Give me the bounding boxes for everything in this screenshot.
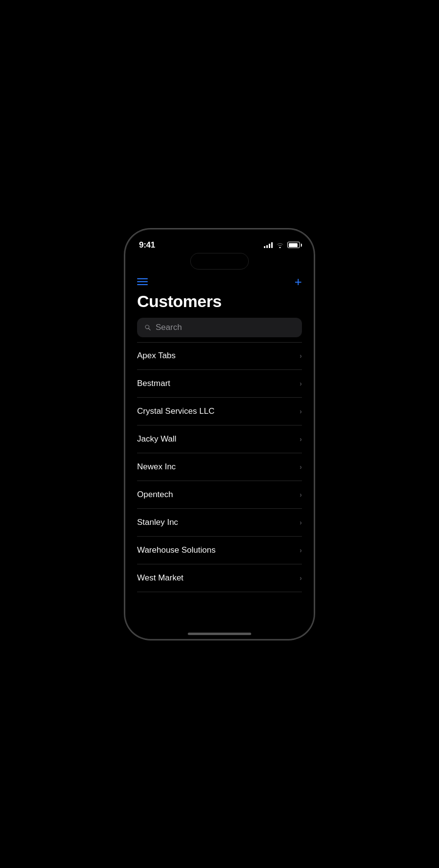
customer-list-item[interactable]: Apex Tabs› xyxy=(137,342,302,370)
chevron-right-icon: › xyxy=(299,519,302,526)
dynamic-island xyxy=(190,253,249,270)
page-header: + xyxy=(137,270,302,288)
status-icons xyxy=(264,242,300,248)
customer-name: Stanley Inc xyxy=(137,518,178,527)
customer-list-item[interactable]: Warehouse Solutions› xyxy=(137,537,302,564)
search-input[interactable] xyxy=(156,323,295,332)
customer-name: Bestmart xyxy=(137,379,170,388)
volume-up-button xyxy=(124,322,125,351)
menu-button[interactable] xyxy=(137,278,148,285)
chevron-right-icon: › xyxy=(299,491,302,499)
chevron-right-icon: › xyxy=(299,546,302,554)
customer-list-item[interactable]: West Market› xyxy=(137,564,302,592)
chevron-right-icon: › xyxy=(299,352,302,360)
customer-list: Apex Tabs›Bestmart›Crystal Services LLC›… xyxy=(137,342,302,592)
customer-name: Opentech xyxy=(137,490,173,500)
phone-screen: 9:41 xyxy=(125,230,314,639)
customer-name: Newex Inc xyxy=(137,462,176,472)
status-time: 9:41 xyxy=(139,240,155,250)
page-title: Customers xyxy=(137,292,302,311)
home-indicator xyxy=(125,622,314,639)
battery-icon xyxy=(287,242,300,248)
volume-down-button xyxy=(124,358,125,387)
home-bar xyxy=(188,633,251,635)
phone-frame: 9:41 xyxy=(124,229,315,640)
status-bar: 9:41 xyxy=(125,230,314,254)
add-customer-button[interactable]: + xyxy=(295,275,302,288)
customer-list-item[interactable]: Bestmart› xyxy=(137,370,302,398)
chevron-right-icon: › xyxy=(299,380,302,387)
power-button xyxy=(314,322,315,361)
search-icon xyxy=(144,324,152,331)
wifi-icon xyxy=(276,242,284,248)
customer-name: Crystal Services LLC xyxy=(137,406,215,416)
customer-name: West Market xyxy=(137,573,183,583)
customer-list-item[interactable]: Newex Inc› xyxy=(137,453,302,481)
customer-name: Apex Tabs xyxy=(137,351,176,361)
chevron-right-icon: › xyxy=(299,463,302,471)
search-bar[interactable] xyxy=(137,318,302,337)
customer-name: Warehouse Solutions xyxy=(137,545,216,555)
signal-icon xyxy=(264,242,273,248)
customer-list-item[interactable]: Stanley Inc› xyxy=(137,509,302,537)
chevron-right-icon: › xyxy=(299,574,302,582)
notch-area xyxy=(125,254,314,270)
main-content: + Customers Apex Tabs›Bestmart›Crystal S… xyxy=(125,270,314,622)
customer-list-item[interactable]: Jacky Wall› xyxy=(137,425,302,453)
customer-list-item[interactable]: Crystal Services LLC› xyxy=(137,398,302,425)
customer-name: Jacky Wall xyxy=(137,434,177,444)
chevron-right-icon: › xyxy=(299,407,302,415)
chevron-right-icon: › xyxy=(299,435,302,443)
customer-list-item[interactable]: Opentech› xyxy=(137,481,302,509)
